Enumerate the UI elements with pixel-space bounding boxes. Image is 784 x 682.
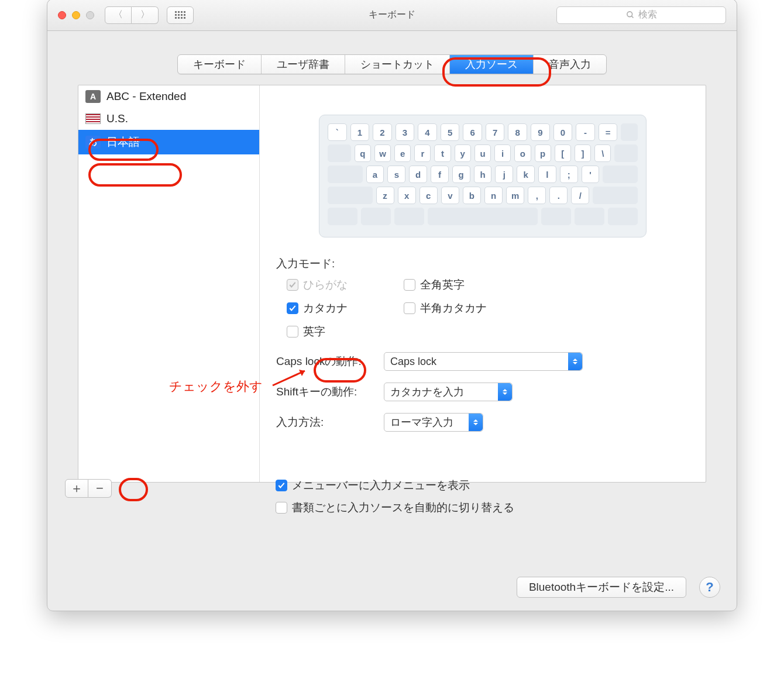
- add-source-button[interactable]: ＋: [65, 479, 88, 498]
- key: 5: [441, 123, 460, 141]
- mode-checkbox-2[interactable]: カタカナ: [287, 301, 404, 316]
- key: x: [398, 187, 416, 204]
- key: g: [452, 166, 470, 183]
- tab-0[interactable]: キーボード: [178, 55, 262, 74]
- key: l: [538, 166, 556, 183]
- auto-switch-checkbox[interactable]: 書類ごとに入力ソースを自動的に切り替える: [276, 500, 514, 515]
- content: キーボードユーザ辞書ショートカット入力ソース音声入力 AABC - Extend…: [47, 31, 737, 495]
- input-modes: 入力モード: ひらがな全角英字カタカナ半角カタカナ英字: [276, 256, 689, 339]
- tab-3[interactable]: 入力ソース: [450, 55, 534, 74]
- window-title: キーボード: [369, 9, 415, 21]
- window-controls: [58, 11, 94, 19]
- nav-segment: 〈 〉: [105, 6, 159, 24]
- tab-1[interactable]: ユーザ辞書: [262, 55, 345, 74]
- key: n: [484, 187, 503, 204]
- key: v: [441, 187, 459, 204]
- checkbox-icon: [287, 279, 298, 291]
- search-icon: [626, 11, 635, 19]
- shift-key-select[interactable]: カタカナを入力: [384, 383, 513, 401]
- key: 8: [508, 123, 527, 141]
- close-icon[interactable]: [58, 11, 66, 19]
- us-flag-icon: [85, 113, 101, 124]
- key: =: [599, 123, 618, 141]
- input-settings: Caps lockの動作: Caps lock Shiftキーの動作: カタカナ…: [276, 352, 689, 432]
- key: c: [419, 187, 438, 204]
- key: 6: [463, 123, 482, 141]
- key: [: [555, 144, 571, 162]
- key: ': [582, 166, 600, 183]
- global-options: メニューバーに入力メニューを表示 書類ごとに入力ソースを自動的に切り替える: [276, 478, 514, 515]
- key: r: [414, 144, 431, 162]
- key: -: [576, 123, 595, 141]
- mode-checkbox-0: ひらがな: [287, 277, 404, 292]
- annotation-arrow-icon: [270, 362, 317, 391]
- input-sources-panel: AABC - ExtendedU.S.あ日本語 `1234567890-=qwe…: [78, 85, 706, 483]
- tab-bar: キーボードユーザ辞書ショートカット入力ソース音声入力: [60, 54, 724, 74]
- chevron-updown-icon: [568, 353, 582, 370]
- key: ,: [528, 187, 546, 204]
- input-method-select[interactable]: ローマ字入力: [384, 413, 483, 432]
- svg-point-0: [627, 12, 632, 17]
- key: 0: [553, 123, 573, 141]
- key: k: [517, 166, 535, 183]
- help-button[interactable]: ?: [699, 577, 720, 598]
- tab-2[interactable]: ショートカット: [345, 55, 450, 74]
- key: 3: [396, 123, 415, 141]
- key: /: [571, 187, 589, 204]
- tab-segments: キーボードユーザ辞書ショートカット入力ソース音声入力: [177, 54, 607, 74]
- titlebar: 〈 〉 キーボード 検索: [47, 0, 737, 31]
- show-input-menu-checkbox[interactable]: メニューバーに入力メニューを表示: [276, 478, 514, 493]
- key: b: [463, 187, 481, 204]
- search-placeholder: 検索: [638, 9, 657, 21]
- keyboard-preview: `1234567890-=qwertyuiop[]\asdfghjkl;'zxc…: [319, 115, 647, 237]
- back-button[interactable]: 〈: [105, 6, 132, 24]
- key: u: [474, 144, 491, 162]
- mode-checkbox-4[interactable]: 英字: [287, 324, 404, 339]
- source-item-0[interactable]: AABC - Extended: [78, 85, 259, 108]
- key: 4: [418, 123, 437, 141]
- key: w: [374, 144, 391, 162]
- key: 9: [531, 123, 550, 141]
- input-method-label: 入力方法:: [276, 415, 376, 430]
- source-item-2[interactable]: あ日本語: [78, 130, 259, 154]
- key: ;: [560, 166, 578, 183]
- mode-checkbox-1[interactable]: 全角英字: [404, 277, 521, 292]
- key: f: [431, 166, 449, 183]
- key: o: [514, 144, 531, 162]
- svg-line-1: [631, 16, 633, 18]
- source-list[interactable]: AABC - ExtendedU.S.あ日本語: [78, 85, 260, 482]
- chevron-updown-icon: [469, 414, 483, 431]
- key: s: [387, 166, 405, 183]
- source-label: U.S.: [106, 112, 128, 125]
- zoom-icon: [86, 11, 94, 19]
- show-all-button[interactable]: [167, 6, 194, 24]
- input-modes-heading: 入力モード:: [276, 256, 689, 271]
- chevron-updown-icon: [498, 383, 512, 401]
- minimize-icon[interactable]: [72, 11, 80, 19]
- source-item-1[interactable]: U.S.: [78, 108, 259, 130]
- key: 7: [486, 123, 505, 141]
- annotation-hint-text: チェックを外す: [169, 378, 263, 395]
- key: 2: [373, 123, 392, 141]
- key: t: [434, 144, 451, 162]
- checkbox-icon: [287, 326, 298, 337]
- key: i: [494, 144, 511, 162]
- search-field[interactable]: 検索: [556, 6, 726, 24]
- checkbox-icon: [404, 302, 415, 314]
- key: e: [394, 144, 411, 162]
- forward-button: 〉: [132, 6, 159, 24]
- mode-checkbox-3[interactable]: 半角カタカナ: [404, 301, 521, 316]
- source-label: ABC - Extended: [106, 90, 186, 103]
- tab-4[interactable]: 音声入力: [534, 55, 606, 74]
- svg-line-2: [273, 371, 305, 385]
- key: m: [506, 187, 524, 204]
- caps-lock-select[interactable]: Caps lock: [384, 352, 583, 371]
- key: `: [328, 123, 347, 141]
- remove-source-button[interactable]: −: [88, 479, 112, 498]
- preferences-window: 〈 〉 キーボード 検索 キーボードユーザ辞書ショートカット入力ソース音声入力 …: [47, 0, 737, 611]
- key: y: [455, 144, 471, 162]
- key: p: [535, 144, 551, 162]
- key: a: [366, 166, 384, 183]
- key: q: [355, 144, 371, 162]
- bluetooth-keyboard-button[interactable]: Bluetoothキーボードを設定...: [517, 577, 686, 598]
